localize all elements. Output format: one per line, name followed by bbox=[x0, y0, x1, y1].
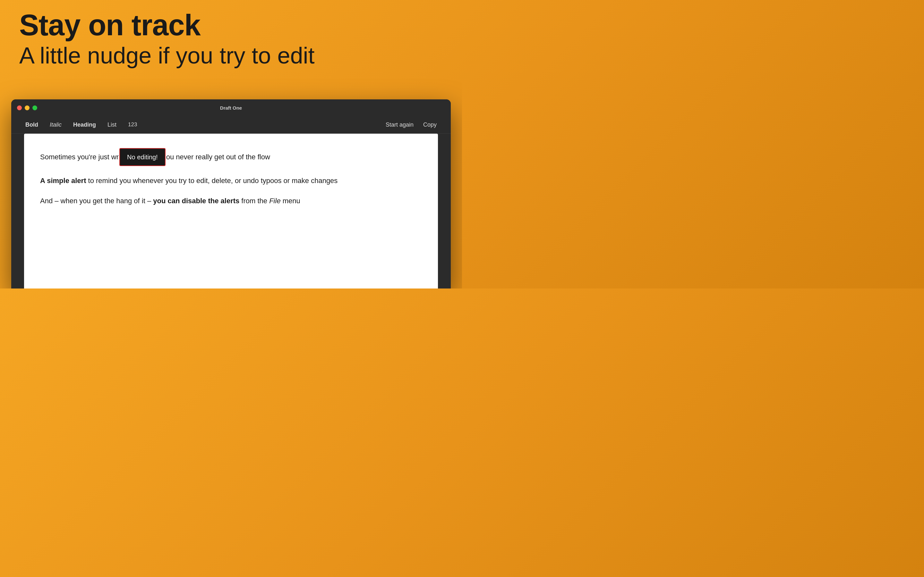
app-window: Draft One Bold Italic Heading List 123 S… bbox=[11, 99, 451, 288]
paragraph-3-after: from the bbox=[239, 197, 269, 205]
minimize-button[interactable] bbox=[25, 105, 29, 110]
hero-section: Stay on track A little nudge if you try … bbox=[19, 10, 443, 69]
list-button[interactable]: List bbox=[106, 120, 118, 130]
toolbar-right: Start again Copy bbox=[384, 120, 438, 130]
paragraph-2-rest: to remind you whenever you try to edit, … bbox=[86, 177, 338, 185]
paragraph-1-before: Sometimes you're just wr bbox=[40, 151, 119, 163]
bold-button[interactable]: Bold bbox=[24, 120, 39, 130]
no-editing-tooltip: No editing! bbox=[120, 148, 166, 166]
paragraph-2-bold: A simple alert bbox=[40, 177, 86, 185]
heading-button[interactable]: Heading bbox=[72, 120, 97, 130]
hero-title: Stay on track bbox=[19, 10, 443, 41]
traffic-lights bbox=[17, 105, 37, 110]
paragraph-3-end: menu bbox=[281, 197, 300, 205]
paragraph-3-italic: File bbox=[269, 197, 280, 205]
paragraph-3-bold: you can disable the alerts bbox=[153, 197, 239, 205]
paragraph-1-after: ou never really get out of the flow bbox=[166, 151, 270, 163]
titlebar: Draft One bbox=[11, 99, 451, 116]
hero-subtitle: A little nudge if you try to edit bbox=[19, 42, 443, 69]
paragraph-2: A simple alert to remind you whenever yo… bbox=[40, 175, 422, 186]
italic-button[interactable]: Italic bbox=[48, 120, 63, 130]
editor-area[interactable]: Sometimes you're just wrNo editing!ou ne… bbox=[24, 134, 438, 288]
toolbar: Bold Italic Heading List 123 Start again… bbox=[11, 116, 451, 134]
paragraph-1: Sometimes you're just wrNo editing!ou ne… bbox=[40, 148, 422, 166]
toolbar-left: Bold Italic Heading List 123 bbox=[24, 120, 384, 130]
number-button[interactable]: 123 bbox=[127, 120, 138, 129]
maximize-button[interactable] bbox=[32, 105, 37, 110]
close-button[interactable] bbox=[17, 105, 22, 110]
paragraph-3: And – when you get the hang of it – you … bbox=[40, 195, 422, 206]
start-again-button[interactable]: Start again bbox=[384, 120, 415, 130]
editor-content: Sometimes you're just wrNo editing!ou ne… bbox=[40, 148, 422, 206]
paragraph-3-before: And – when you get the hang of it – bbox=[40, 197, 153, 205]
copy-button[interactable]: Copy bbox=[422, 120, 438, 130]
window-title: Draft One bbox=[220, 105, 242, 111]
